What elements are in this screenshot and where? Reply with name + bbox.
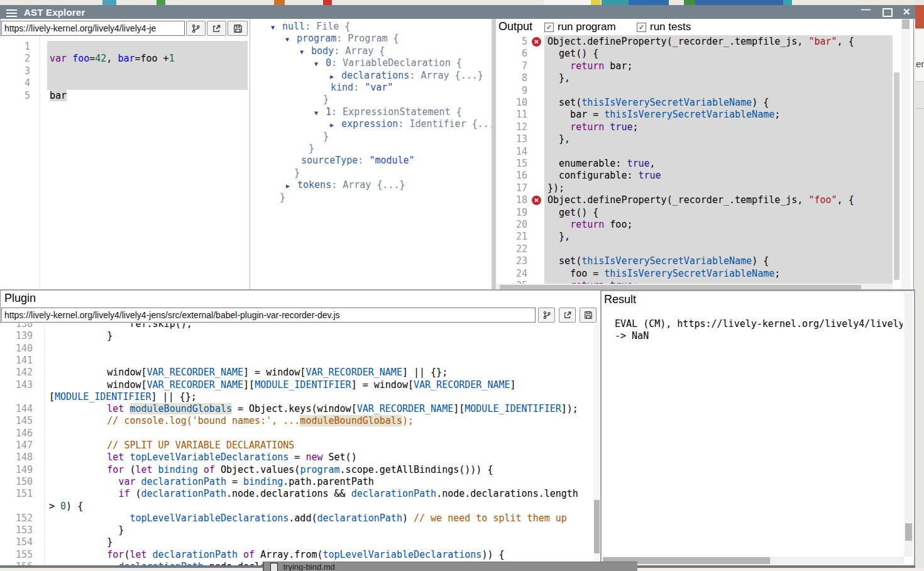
line-number: 147 xyxy=(0,440,33,452)
title-bar: AST Explorer — ✕ xyxy=(0,5,915,19)
git-branch-icon xyxy=(542,311,551,319)
taskbar-item-label: trying-bind.md xyxy=(283,562,334,571)
tree-collapse-icon[interactable]: ▼ xyxy=(285,33,297,45)
open-external-icon xyxy=(212,24,221,33)
code-line: ref.skip(); xyxy=(50,323,192,330)
tree-expand-icon[interactable]: ▶ xyxy=(286,180,297,192)
line-number: 149 xyxy=(0,464,33,476)
code-line: Object.defineProperty(_recorder_.tempfil… xyxy=(547,36,854,48)
line-number: 146 xyxy=(0,428,33,440)
code-line: let topLevelVariableDeclarations = new S… xyxy=(50,452,357,463)
tree-expand-icon[interactable]: ▶ xyxy=(330,119,341,131)
plugin-editor[interactable]: 138 ref.skip();139 }140141142 window[VAR… xyxy=(0,323,593,565)
code-line: window[VAR_RECORDER_NAME] = window[VAR_R… xyxy=(50,367,448,379)
menu-icon[interactable] xyxy=(6,8,17,19)
code-line: set(thisIsVererySecretVariableName) { xyxy=(547,255,769,267)
plugin-vscrollbar-thumb[interactable] xyxy=(594,500,600,553)
line-number: 153 xyxy=(0,524,33,536)
code-line: }, xyxy=(547,133,570,145)
result-hscrollbar[interactable] xyxy=(603,557,904,565)
error-badge[interactable]: ✕ xyxy=(532,196,541,205)
close-button[interactable]: ✕ xyxy=(903,6,911,18)
ast-tree-panel[interactable]: ▼null: File {▼program: Program {▼body: A… xyxy=(251,19,492,290)
code-line: } xyxy=(50,536,113,548)
run-tests-checkbox[interactable]: ✓ xyxy=(637,23,646,32)
source-editor[interactable]: 12var foo=42, bar=foo +1345bar xyxy=(0,36,249,290)
run-tests-label: run tests xyxy=(650,21,691,33)
ast-node: ▶tokens: Array {...} xyxy=(286,179,405,192)
code-line: configurable: true xyxy=(547,170,661,182)
code-line: var foo=42, bar=foo +1 xyxy=(50,53,175,65)
result-vscrollbar-thumb[interactable] xyxy=(905,523,912,541)
save-button[interactable] xyxy=(228,21,248,36)
code-line: }); xyxy=(547,182,564,194)
ast-node: sourceType: "module" xyxy=(301,155,415,167)
code-line: return true; xyxy=(547,121,639,133)
code-line: return bar; xyxy=(547,60,632,72)
output-vscrollbar-thumb[interactable] xyxy=(894,72,899,280)
plugin-open-external-button[interactable] xyxy=(559,308,576,323)
line-number: 18 xyxy=(496,194,527,206)
line-number: 9 xyxy=(496,85,527,97)
line-number: 19 xyxy=(496,207,527,219)
output-editor[interactable]: 5✕Object.defineProperty(_recorder_.tempf… xyxy=(496,35,893,291)
ast-node: } xyxy=(323,94,329,106)
line-number: 6 xyxy=(496,48,527,60)
result-content[interactable]: EVAL (CM), https://lively-kernel.org/liv… xyxy=(615,318,903,342)
line-number: 148 xyxy=(0,452,33,463)
code-line: // SPLIT UP VARIABLE DECLARATIONS xyxy=(50,440,294,452)
tree-collapse-icon[interactable]: ▼ xyxy=(300,46,311,58)
line-number: 154 xyxy=(0,536,33,548)
tree-collapse-icon[interactable]: ▼ xyxy=(271,21,282,33)
page-vscrollbar[interactable] xyxy=(901,19,910,290)
result-vscrollbar[interactable] xyxy=(905,292,913,557)
run-program-checkbox[interactable]: ✓ xyxy=(544,23,554,32)
ast-node: ▶declarations: Array {...} xyxy=(330,70,483,82)
line-number: 145 xyxy=(0,415,33,427)
tree-collapse-icon[interactable]: ▼ xyxy=(314,107,326,119)
line-number: 150 xyxy=(0,476,33,488)
line-number: 144 xyxy=(0,403,33,415)
error-badge[interactable]: ✕ xyxy=(532,37,541,47)
code-line: bar xyxy=(50,90,67,102)
git-branch-button[interactable] xyxy=(186,21,206,36)
code-line: if (declarationPath.node.declarations &&… xyxy=(50,488,578,500)
plugin-git-branch-button[interactable] xyxy=(538,308,555,323)
background-app-strip: er xyxy=(915,0,924,571)
code-line: enumerable: true, xyxy=(547,158,656,170)
code-line: foo = thisIsVererySecretVariableName; xyxy=(547,268,780,280)
line-number: 20 xyxy=(496,219,527,231)
run-program-label: run program xyxy=(558,21,616,33)
line-number: 7 xyxy=(496,60,527,72)
line-number: 151 xyxy=(0,488,33,500)
line-number: 156 xyxy=(0,561,33,565)
line-number: 15 xyxy=(496,158,527,170)
line-number: 17 xyxy=(496,182,527,194)
line-number: 13 xyxy=(496,133,527,145)
ast-node: } xyxy=(280,192,285,204)
plugin-vscrollbar[interactable] xyxy=(593,323,600,565)
output-vscrollbar[interactable] xyxy=(893,35,901,284)
selection-highlight xyxy=(47,41,248,90)
code-line-wrap: [MODULE_IDENTIFIER] || {}; xyxy=(49,391,197,403)
plugin-save-button[interactable] xyxy=(580,308,597,323)
code-line: for(let declarationPath of Array.from(to… xyxy=(50,549,505,561)
plugin-url-input[interactable] xyxy=(1,308,536,323)
line-number: 3 xyxy=(0,65,30,77)
code-line: }, xyxy=(547,72,570,84)
line-number: 11 xyxy=(496,109,527,121)
source-url-input[interactable] xyxy=(1,21,185,36)
tree-collapse-icon[interactable]: ▼ xyxy=(314,58,326,70)
open-external-button[interactable] xyxy=(207,21,226,36)
taskbar-fragment[interactable]: trying-bind.md xyxy=(263,562,637,571)
page-vscrollbar-thumb[interactable] xyxy=(902,19,910,29)
tree-expand-icon[interactable]: ▶ xyxy=(330,70,341,82)
ast-node: ▼1: ExpressionStatement { xyxy=(314,106,462,119)
desktop-wallpaper-strip xyxy=(0,0,924,5)
minimize-button[interactable]: — xyxy=(861,4,871,14)
line-number: 16 xyxy=(496,170,527,182)
ast-node: ▶expression: Identifier {...} xyxy=(330,118,492,131)
result-panel: Result EVAL (CM), https://lively-kernel.… xyxy=(600,290,915,567)
ast-node: } xyxy=(309,143,314,155)
maximize-button[interactable] xyxy=(883,8,893,17)
